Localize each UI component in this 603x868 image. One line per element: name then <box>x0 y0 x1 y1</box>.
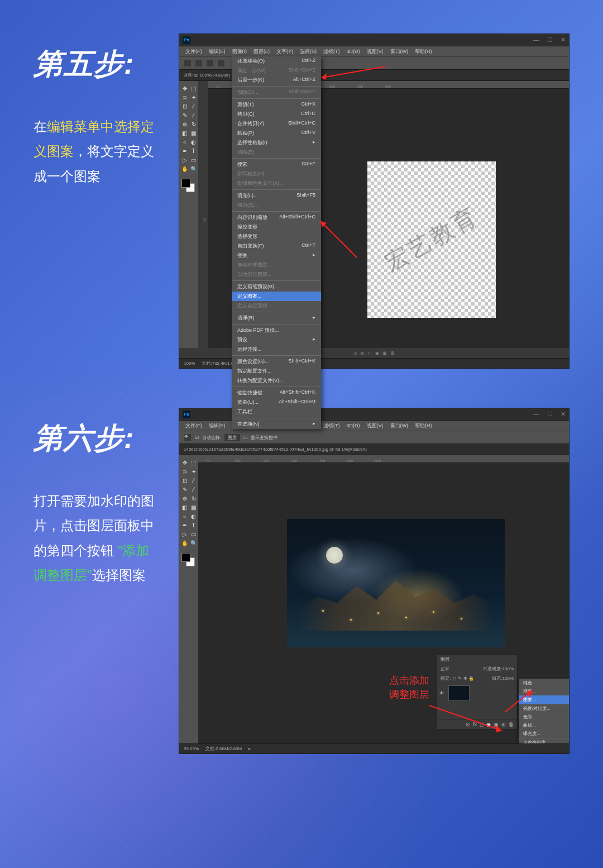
menu-item[interactable]: 文件(F) <box>183 48 205 55</box>
menu-item[interactable]: 视图(V) <box>364 422 386 430</box>
edit-menu-item[interactable]: 查找和替换文本(X)... <box>232 179 321 188</box>
transparent-canvas[interactable]: 宏艺教育 <box>367 161 496 318</box>
context-menu-item[interactable]: 图案... <box>519 695 569 704</box>
tool-preset-icon[interactable]: ✥ <box>184 433 192 441</box>
edit-menu-item[interactable]: 操控变形 <box>232 222 321 232</box>
menu-item[interactable]: 视图(V) <box>364 48 386 55</box>
visibility-icon[interactable]: 👁 <box>437 691 446 696</box>
gradient-tool-icon[interactable]: ▦ <box>189 503 198 512</box>
adjustment-context-menu[interactable]: 纯色...渐变...图案...亮度/对比度...色阶...曲线...曝光度...… <box>519 679 569 743</box>
foreground-color[interactable] <box>181 553 190 562</box>
edit-menu-item[interactable]: 合并拷贝(Y)Shift+Ctrl+C <box>232 119 321 128</box>
collapsed-panel[interactable]: 正 <box>198 81 208 348</box>
menu-item[interactable]: 选择(S) <box>297 48 319 55</box>
layer-thumbnail[interactable] <box>448 685 470 701</box>
edit-menu-item[interactable]: 填充(L)...Shift+F5 <box>232 191 321 201</box>
menu-item[interactable]: 3D(D) <box>344 423 363 428</box>
edit-menu-item[interactable]: 定义自定形状... <box>232 301 321 311</box>
eraser-tool-icon[interactable]: ◧ <box>180 129 189 137</box>
path-tool-icon[interactable]: ▷ <box>180 156 189 164</box>
menu-item[interactable]: 编辑(E) <box>206 422 228 430</box>
gradient-tool-icon[interactable]: ▦ <box>189 129 198 137</box>
wand-tool-icon[interactable]: ✦ <box>189 93 198 102</box>
lasso-tool-icon[interactable]: ⊃ <box>180 468 189 476</box>
new-layer-icon[interactable]: ⊞ <box>501 722 506 727</box>
close-icon[interactable]: ✕ <box>561 36 566 44</box>
menu-item[interactable]: 图像(I) <box>229 48 250 55</box>
path-tool-icon[interactable]: ▷ <box>180 530 189 538</box>
edit-menu-dropdown[interactable]: 还原移动(O)Ctrl+Z前进一步(W)Shift+Ctrl+Z后退一步(K)A… <box>232 56 321 429</box>
edit-menu-item[interactable]: 菜单(U)...Alt+Shift+Ctrl+M <box>232 398 321 407</box>
hand-tool-icon[interactable]: ✋ <box>180 539 189 547</box>
context-menu-item[interactable]: 曝光度... <box>519 729 569 738</box>
menu-item[interactable]: 窗口(W) <box>387 48 411 55</box>
color-swatches[interactable] <box>179 179 198 195</box>
edit-menu-item[interactable]: 键盘快捷键...Alt+Shift+Ctrl+K <box>232 388 321 398</box>
edit-menu-item[interactable]: 自由变换(F)Ctrl+T <box>232 241 321 251</box>
zoom-level[interactable]: 100% <box>184 361 195 366</box>
edit-menu-item[interactable]: 透视变形 <box>232 232 321 241</box>
type-tool-icon[interactable]: T <box>189 147 198 155</box>
context-menu-item[interactable]: 自然饱和度... <box>519 738 569 743</box>
history-tool-icon[interactable]: ↻ <box>189 494 198 503</box>
group-icon[interactable]: ▣ <box>494 722 499 727</box>
pen-tool-icon[interactable]: ✒ <box>180 521 189 530</box>
opt-box[interactable] <box>206 59 214 67</box>
color-swatches[interactable] <box>179 553 198 570</box>
trash-icon[interactable]: 🗑 <box>509 722 514 727</box>
layers-footer[interactable]: ⊘ fx ◻ ◉ ▣ ⊞ 🗑 <box>437 719 517 729</box>
shape-tool-icon[interactable]: ▭ <box>189 530 198 538</box>
wand-tool-icon[interactable]: ✦ <box>189 468 198 476</box>
menu-item[interactable]: 3D(D) <box>344 49 363 54</box>
type-tool-icon[interactable]: T <box>189 521 198 530</box>
menu-item[interactable]: 窗口(W) <box>387 422 411 430</box>
edit-menu-item[interactable]: 自动对齐图层... <box>232 260 321 270</box>
zoom-tool-icon[interactable]: 🔍 <box>189 165 198 173</box>
edit-menu-item[interactable]: 定义画笔预设(B)... <box>232 282 321 292</box>
menu-item[interactable]: 文字(Y) <box>274 48 296 55</box>
minimize-icon[interactable]: — <box>533 36 539 44</box>
marquee-tool-icon[interactable]: ⬚ <box>189 459 198 467</box>
hand-tool-icon[interactable]: ✋ <box>180 165 189 173</box>
context-menu-item[interactable]: 曲线... <box>519 721 569 729</box>
layer-row[interactable]: 👁 <box>437 683 517 703</box>
shape-tool-icon[interactable]: ▭ <box>189 156 198 164</box>
tool-preset-icon[interactable] <box>184 59 192 67</box>
window-buttons[interactable]: —☐✕ <box>533 411 566 418</box>
fx-icon[interactable]: fx <box>473 722 477 727</box>
tools-panel[interactable]: ✥⬚ ⊃✦ ⊡⁄ ✎⁄ ⊕↻ ◧▦ ○◐ ✒T ▷▭ ✋🔍 <box>179 81 198 348</box>
edit-menu-item[interactable]: 拷贝(C)Ctrl+C <box>232 109 321 119</box>
blur-tool-icon[interactable]: ○ <box>180 512 189 521</box>
lasso-tool-icon[interactable]: ⊃ <box>180 93 189 102</box>
menu-item[interactable]: 文件(F) <box>183 422 205 430</box>
move-tool-icon[interactable]: ✥ <box>180 84 189 93</box>
brush-tool-icon[interactable]: ⁄ <box>189 485 198 494</box>
zoom-level[interactable]: 59.05% <box>184 746 199 751</box>
edit-menu-item[interactable]: 搜索Ctrl+F <box>232 160 321 169</box>
marquee-tool-icon[interactable]: ⬚ <box>189 84 198 93</box>
blur-tool-icon[interactable]: ○ <box>180 138 189 146</box>
eyedropper-tool-icon[interactable]: ⁄ <box>189 476 198 485</box>
menu-item[interactable]: 编辑(E) <box>206 48 228 55</box>
ps-menubar[interactable]: 文件(F)编辑(E)图像(I)图层(L)文字(Y)选择(S)滤镜(T)3D(D)… <box>179 46 569 56</box>
history-tool-icon[interactable]: ↻ <box>189 120 198 128</box>
adjustment-layer-icon[interactable]: ◉ <box>486 722 491 727</box>
edit-menu-item[interactable]: 渐隐(D)...Shift+Ctrl+F <box>232 88 321 97</box>
tools-panel[interactable]: ✥⬚ ⊃✦ ⊡⁄ ✎⁄ ⊕↻ ◧▦ ○◐ ✒T ▷▭ ✋🔍 <box>179 455 198 743</box>
dodge-tool-icon[interactable]: ◐ <box>189 512 198 521</box>
document-tab[interactable]: 14261fdb6fad167a3209fe49dc9cf55a774c0f87… <box>179 444 569 455</box>
opt-box[interactable] <box>195 59 203 67</box>
edit-menu-item[interactable]: 定义图案... <box>232 292 321 301</box>
pen-tool-icon[interactable]: ✒ <box>180 147 189 155</box>
menu-item[interactable]: 帮助(H) <box>412 422 435 430</box>
ps-options-bar[interactable]: ✥ ☑自动选择: 图层 ☐显示变换控件 <box>179 431 569 444</box>
edit-menu-item[interactable]: 粘贴(P)Ctrl+V <box>232 128 321 138</box>
edit-menu-item[interactable]: 转换为配置文件(V)... <box>232 376 321 385</box>
zoom-tool-icon[interactable]: 🔍 <box>189 539 198 547</box>
edit-menu-item[interactable]: 变换▸ <box>232 251 321 260</box>
edit-menu-item[interactable]: 颜色设置(G)...Shift+Ctrl+K <box>232 357 321 366</box>
minimize-icon[interactable]: — <box>533 411 539 418</box>
close-icon[interactable]: ✕ <box>561 411 566 418</box>
link-icon[interactable]: ⊘ <box>466 722 470 727</box>
edit-menu-item[interactable]: 指定配置文件... <box>232 366 321 376</box>
